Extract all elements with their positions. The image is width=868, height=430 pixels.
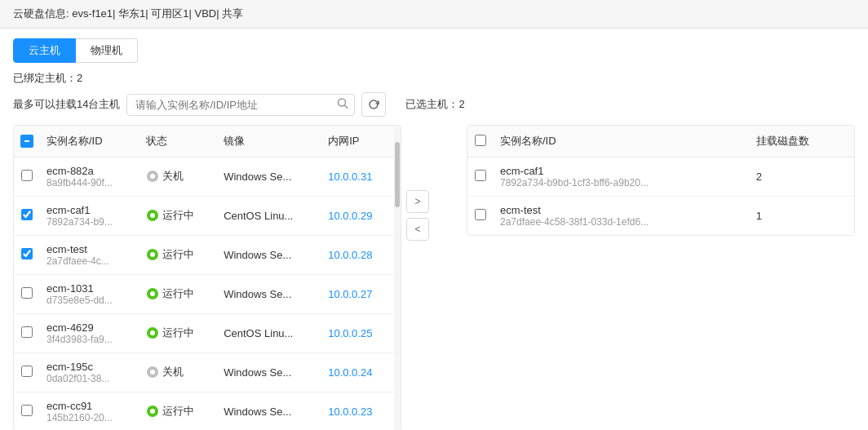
tab-vm[interactable]: 云主机 xyxy=(13,38,76,63)
left-row-checkbox-4[interactable] xyxy=(21,326,33,338)
right-header-checkbox[interactable] xyxy=(475,135,486,146)
move-right-button[interactable]: > xyxy=(406,190,429,213)
left-row-ip-5: 10.0.0.24 xyxy=(321,353,394,392)
two-panel: 实例名称/ID 状态 镜像 内网IP ecm-882a 8a9fb444-90f… xyxy=(13,125,855,430)
left-row-image-6: Windows Se... xyxy=(217,392,321,431)
arrow-buttons: > < xyxy=(401,190,434,241)
left-row-checkbox-6[interactable] xyxy=(21,405,33,416)
left-table: 实例名称/ID 状态 镜像 内网IP ecm-882a 8a9fb444-90f… xyxy=(14,126,394,430)
header-checkbox[interactable] xyxy=(20,135,33,148)
left-row-checkbox-cell-5[interactable] xyxy=(14,353,40,392)
right-row-name-1: ecm-test 2a7dfaee-4c58-38f1-033d-1efd6..… xyxy=(494,197,750,236)
search-icon-btn[interactable] xyxy=(337,98,348,112)
left-row-name-0: ecm-882a 8a9fb444-90f... xyxy=(40,157,140,197)
left-row-checkbox-cell-6[interactable] xyxy=(14,392,40,431)
left-row-ip-3: 10.0.0.27 xyxy=(321,275,394,314)
left-row-status-5: 关机 xyxy=(140,353,217,392)
left-row-image-4: CentOS Linu... xyxy=(217,314,321,353)
header-bar: 云硬盘信息: evs-f1e1| 华东1| 可用区1| VBD| 共享 xyxy=(0,0,868,29)
left-table-wrap: 实例名称/ID 状态 镜像 内网IP ecm-882a 8a9fb444-90f… xyxy=(14,126,401,430)
scroll-thumb[interactable] xyxy=(395,142,400,207)
left-row-checkbox-1[interactable] xyxy=(21,209,33,220)
left-col-ip: 内网IP xyxy=(321,126,394,157)
left-row-checkbox-cell-4[interactable] xyxy=(14,314,40,353)
left-table-row: ecm-caf1 7892a734-b9... 运行中 CentOS Linu.… xyxy=(14,197,394,236)
left-row-ip-6: 10.0.0.23 xyxy=(321,392,394,431)
header-title: 云硬盘信息: evs-f1e1| 华东1| 可用区1| VBD| 共享 xyxy=(13,7,243,20)
left-row-status-0: 关机 xyxy=(140,157,217,197)
left-row-checkbox-2[interactable] xyxy=(21,248,33,259)
left-row-name-2: ecm-test 2a7dfaee-4c... xyxy=(40,236,140,275)
left-row-ip-0: 10.0.0.31 xyxy=(321,157,394,197)
left-row-image-1: CentOS Linu... xyxy=(217,197,321,236)
right-row-disk-0: 2 xyxy=(750,157,854,197)
left-row-status-3: 运行中 xyxy=(140,275,217,314)
left-row-checkbox-5[interactable] xyxy=(21,366,33,377)
left-row-name-1: ecm-caf1 7892a734-b9... xyxy=(40,197,140,236)
svg-point-11 xyxy=(150,291,155,296)
right-row-name-0: ecm-caf1 7892a734-b9bd-1cf3-bff6-a9b20..… xyxy=(494,157,750,197)
search-icon xyxy=(337,98,348,109)
left-row-name-6: ecm-cc91 145b2160-20... xyxy=(40,392,140,431)
left-col-image: 镜像 xyxy=(217,126,321,157)
svg-line-1 xyxy=(345,105,348,109)
svg-point-17 xyxy=(150,409,155,414)
svg-point-13 xyxy=(150,330,155,335)
tab-physical[interactable]: 物理机 xyxy=(76,38,138,63)
right-row-checkbox-cell-0[interactable] xyxy=(467,157,494,197)
scroll-track xyxy=(394,126,401,430)
svg-point-9 xyxy=(150,252,155,257)
svg-rect-3 xyxy=(24,140,29,142)
left-row-ip-2: 10.0.0.28 xyxy=(321,236,394,275)
right-table: 实例名称/ID 挂载磁盘数 ecm-caf1 7892a734-b9bd-1cf… xyxy=(467,126,854,235)
right-row-checkbox-1[interactable] xyxy=(475,209,486,220)
search-input-wrap xyxy=(126,94,355,116)
left-table-row: ecm-195c 0da02f01-38... 关机 Windows Se...… xyxy=(14,353,394,392)
left-col-name: 实例名称/ID xyxy=(40,126,140,157)
svg-point-5 xyxy=(150,174,155,179)
right-table-row: ecm-test 2a7dfaee-4c58-38f1-033d-1efd6..… xyxy=(467,197,854,236)
refresh-icon xyxy=(368,99,379,110)
left-row-checkbox-cell-1[interactable] xyxy=(14,197,40,236)
right-row-checkbox-cell-1[interactable] xyxy=(467,197,494,236)
refresh-button[interactable] xyxy=(361,92,386,117)
search-row: 最多可以挂载14台主机 已选主机：2 xyxy=(13,92,855,117)
left-row-ip-4: 10.0.0.25 xyxy=(321,314,394,353)
tab-bar: 云主机 物理机 xyxy=(13,38,855,63)
left-row-name-3: ecm-1031 d735e8e5-dd... xyxy=(40,275,140,314)
left-panel: 实例名称/ID 状态 镜像 内网IP ecm-882a 8a9fb444-90f… xyxy=(13,125,401,430)
left-row-image-0: Windows Se... xyxy=(217,157,321,197)
left-table-row: ecm-4629 3f4d3983-fa9... 运行中 CentOS Linu… xyxy=(14,314,394,353)
left-row-name-5: ecm-195c 0da02f01-38... xyxy=(40,353,140,392)
left-row-status-2: 运行中 xyxy=(140,236,217,275)
right-col-name: 实例名称/ID xyxy=(494,126,750,157)
right-table-row: ecm-caf1 7892a734-b9bd-1cf3-bff6-a9b20..… xyxy=(467,157,854,197)
left-row-checkbox-3[interactable] xyxy=(21,287,33,299)
left-row-checkbox-0[interactable] xyxy=(21,170,33,181)
svg-point-15 xyxy=(150,370,155,375)
right-selected-info: 已选主机：2 xyxy=(405,97,464,112)
left-table-row: ecm-1031 d735e8e5-dd... 运行中 Windows Se..… xyxy=(14,275,394,314)
right-panel: 实例名称/ID 挂载磁盘数 ecm-caf1 7892a734-b9bd-1cf… xyxy=(467,125,855,236)
left-row-image-3: Windows Se... xyxy=(217,275,321,314)
max-mount-text: 最多可以挂载14台主机 xyxy=(13,97,120,112)
left-row-checkbox-cell-3[interactable] xyxy=(14,275,40,314)
right-row-disk-1: 1 xyxy=(750,197,854,236)
main-content: 云主机 物理机 已绑定主机：2 最多可以挂载14台主机 已选主机：2 xyxy=(0,29,868,430)
right-header-checkbox-cell[interactable] xyxy=(467,126,494,157)
search-input[interactable] xyxy=(126,94,355,116)
left-table-row: ecm-test 2a7dfaee-4c... 运行中 Windows Se..… xyxy=(14,236,394,275)
right-row-checkbox-0[interactable] xyxy=(475,170,486,181)
left-row-image-5: Windows Se... xyxy=(217,353,321,392)
right-col-disk: 挂载磁盘数 xyxy=(750,126,854,157)
left-row-checkbox-cell-0[interactable] xyxy=(14,157,40,197)
bound-host-info: 已绑定主机：2 xyxy=(13,71,855,86)
left-table-row: ecm-cc91 145b2160-20... 运行中 Windows Se..… xyxy=(14,392,394,431)
left-row-checkbox-cell-2[interactable] xyxy=(14,236,40,275)
left-row-image-2: Windows Se... xyxy=(217,236,321,275)
left-header-checkbox-cell[interactable] xyxy=(14,126,40,157)
move-left-button[interactable]: < xyxy=(406,218,429,241)
left-table-content: 实例名称/ID 状态 镜像 内网IP ecm-882a 8a9fb444-90f… xyxy=(14,126,394,430)
left-col-status: 状态 xyxy=(140,126,217,157)
left-row-ip-1: 10.0.0.29 xyxy=(321,197,394,236)
